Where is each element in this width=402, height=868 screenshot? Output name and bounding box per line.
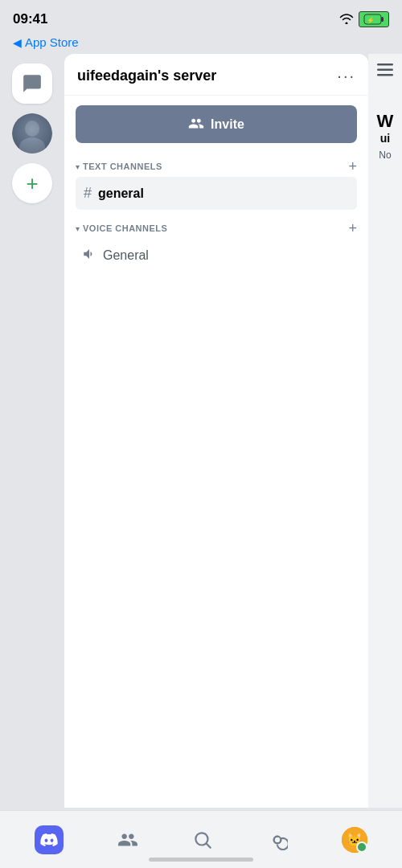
invite-icon <box>188 115 204 133</box>
volume-icon <box>82 247 96 264</box>
text-channels-header: ▾ TEXT CHANNELS + <box>76 159 357 174</box>
invite-label: Invite <box>211 117 244 132</box>
nav-item-home[interactable] <box>35 825 64 854</box>
back-label: App Store <box>25 35 79 49</box>
search-icon <box>192 829 213 850</box>
mentions-icon <box>267 829 288 850</box>
svg-rect-8 <box>377 63 393 66</box>
hash-icon: # <box>84 185 92 202</box>
nav-item-mentions[interactable] <box>267 829 288 850</box>
panel-header: uifeedagain's server ··· <box>64 54 368 96</box>
text-channels-chevron[interactable]: ▾ <box>76 162 80 171</box>
invite-button[interactable]: Invite <box>76 105 357 143</box>
main-panel: uifeedagain's server ··· Invite ▾ TEXT C… <box>64 54 368 808</box>
add-server-button[interactable]: + <box>12 163 52 203</box>
wifi-icon <box>339 13 354 27</box>
sidebar: + <box>0 54 64 808</box>
home-indicator <box>149 858 253 862</box>
svg-rect-1 <box>381 17 384 22</box>
nav-item-search[interactable] <box>192 829 213 850</box>
profile-avatar: 🐱 <box>342 827 367 853</box>
text-channels-title: TEXT CHANNELS <box>83 162 162 171</box>
add-voice-channel-button[interactable]: + <box>348 221 357 235</box>
channel-name: general <box>98 186 144 201</box>
svg-rect-7 <box>12 113 52 154</box>
voice-channel-name: General <box>103 248 149 263</box>
text-channels-section: ▾ TEXT CHANNELS + # general <box>64 153 368 215</box>
peek-text1: ui <box>377 132 394 145</box>
svg-text:🐱: 🐱 <box>347 832 363 847</box>
voice-section-title-row: ▾ VOICE CHANNELS <box>76 223 167 233</box>
peek-content: W ui No <box>377 111 394 161</box>
nav-item-profile[interactable]: 🐱 <box>342 827 367 853</box>
add-text-channel-button[interactable]: + <box>348 159 357 174</box>
battery-icon: ⚡ <box>359 11 389 27</box>
svg-rect-9 <box>377 69 393 72</box>
friends-icon <box>117 829 138 850</box>
status-icons: ⚡ <box>339 11 389 27</box>
nav-item-friends[interactable] <box>117 829 138 850</box>
avatar[interactable] <box>12 113 52 154</box>
empty-area <box>64 277 368 808</box>
discord-logo-icon <box>35 825 64 854</box>
server-title: uifeedagain's server <box>77 68 216 84</box>
peek-menu-icon <box>377 63 393 80</box>
sidebar-chat-icon[interactable] <box>12 63 52 104</box>
peek-text2: No <box>377 149 394 161</box>
back-bar[interactable]: ◀ App Store <box>0 35 402 54</box>
voice-channel-general[interactable]: General <box>76 239 357 272</box>
back-arrow-icon: ◀ <box>13 36 22 49</box>
status-bar: 09:41 ⚡ <box>0 0 402 35</box>
svg-text:⚡: ⚡ <box>367 16 375 24</box>
text-channel-general[interactable]: # general <box>76 177 357 210</box>
right-peek-panel: W ui No <box>368 54 402 808</box>
main-layout: + uifeedagain's server ··· Invite ▾ TEXT… <box>0 54 402 808</box>
status-time: 09:41 <box>13 11 47 27</box>
voice-channels-section: ▾ VOICE CHANNELS + General <box>64 215 368 277</box>
section-title-row: ▾ TEXT CHANNELS <box>76 162 162 171</box>
voice-channels-title: VOICE CHANNELS <box>83 223 167 233</box>
online-status-dot <box>358 843 366 851</box>
svg-rect-10 <box>377 74 393 76</box>
voice-channels-chevron[interactable]: ▾ <box>76 224 80 233</box>
voice-channels-header: ▾ VOICE CHANNELS + <box>76 221 357 235</box>
peek-letter: W <box>377 111 394 132</box>
more-options-button[interactable]: ··· <box>337 67 355 85</box>
